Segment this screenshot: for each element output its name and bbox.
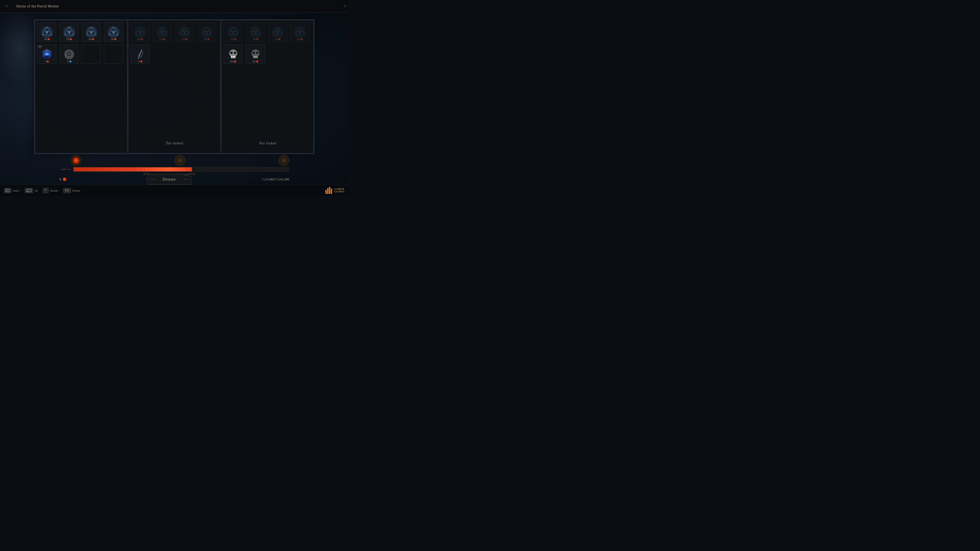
svg-rect-136	[62, 168, 65, 170]
deco-middle-inner	[177, 158, 183, 163]
svg-point-32	[64, 34, 66, 35]
coin-icon	[278, 38, 280, 40]
hud-ok: ↵ Ok	[25, 188, 38, 193]
svg-point-50	[113, 32, 115, 33]
title-bar: ✦ Shrine of the Putrid Mother ✦	[0, 0, 348, 13]
item-slot[interactable]: 100	[175, 22, 194, 41]
gamer-guides-logo: GAMER GUIDES	[325, 187, 345, 194]
progress-deco-middle	[175, 155, 185, 166]
item-slot-skull-2[interactable]: 350	[246, 44, 265, 64]
svg-point-58	[46, 53, 47, 54]
svg-rect-144	[327, 189, 328, 194]
donate-button[interactable]: Donate	[147, 174, 191, 184]
svg-rect-130	[253, 56, 255, 58]
coin-icon	[92, 38, 94, 40]
sword-icon-area	[59, 167, 71, 172]
item-slot[interactable]: 100	[37, 22, 56, 41]
svg-rect-123	[233, 56, 234, 58]
hud-donate-label: Donate	[50, 189, 58, 192]
item-cost: 500	[290, 38, 309, 41]
svg-point-52	[109, 34, 110, 35]
item-cost: 100	[175, 38, 194, 41]
svg-text:↵: ↵	[27, 189, 29, 192]
coin-icon	[207, 38, 210, 40]
item-image	[200, 25, 213, 39]
hud-select: Select	[4, 188, 20, 193]
svg-marker-134	[69, 169, 70, 170]
item-image	[107, 25, 120, 39]
item-slot-feather[interactable]: 75	[130, 44, 150, 64]
item-slot[interactable]: 100	[246, 22, 265, 41]
panel-left: 100	[35, 20, 127, 154]
svg-point-138	[193, 173, 195, 175]
item-image	[227, 48, 240, 61]
svg-point-51	[113, 27, 115, 28]
item-cost: 15	[60, 60, 78, 63]
item-slot[interactable]: 100	[130, 22, 150, 41]
coin-icon	[234, 60, 236, 62]
tier-locked-middle: Tier locked	[128, 141, 220, 145]
hud-key-return: ESC	[63, 188, 71, 193]
coin-icon	[70, 38, 72, 40]
coin-icon	[47, 60, 49, 62]
svg-point-119	[230, 52, 233, 54]
item-image	[156, 25, 169, 39]
middle-panel-grid-row2: 75	[128, 44, 220, 66]
item-cost: 75	[130, 60, 149, 63]
progress-deco-right	[278, 155, 289, 166]
item-slot[interactable]: 100	[59, 22, 79, 41]
item-slot-skull[interactable]: 400	[224, 44, 243, 64]
item-image	[40, 25, 54, 39]
item-slot[interactable]: 350	[268, 22, 287, 41]
svg-point-137	[143, 173, 145, 175]
svg-rect-131	[255, 56, 256, 58]
item-cost: 100	[246, 38, 265, 41]
currency-right: 7,113,861/7,141,500	[259, 177, 289, 181]
item-slot[interactable]: 100	[153, 22, 172, 41]
item-cost: 100	[197, 38, 216, 41]
svg-point-20	[46, 32, 48, 33]
item-slot[interactable]: 100	[82, 22, 101, 41]
item-slot[interactable]: 500	[290, 22, 309, 41]
item-slot[interactable]: 100	[104, 22, 123, 41]
svg-point-30	[68, 32, 70, 33]
item-slot[interactable]: 100	[197, 22, 216, 41]
spacer-left	[59, 155, 71, 166]
item-count: 999	[38, 45, 42, 48]
panel-middle: 100 100	[128, 20, 221, 154]
hud-donate: F Donate	[43, 188, 58, 193]
svg-point-96	[206, 31, 208, 33]
svg-point-43	[95, 34, 96, 35]
item-cost: 100	[153, 38, 172, 41]
gg-guides-text: GUIDES	[334, 191, 345, 193]
item-slot-eye-orb[interactable]: 15	[59, 44, 79, 64]
item-image	[134, 48, 147, 61]
svg-rect-150	[331, 189, 332, 189]
left-panel-grid-row2: 999	[35, 44, 127, 66]
svg-point-72	[69, 53, 70, 54]
svg-point-120	[234, 52, 236, 54]
svg-point-31	[68, 27, 70, 28]
item-image	[62, 48, 76, 61]
svg-rect-124	[234, 56, 235, 58]
item-slot[interactable]: 100	[224, 22, 243, 41]
coin-icon	[256, 60, 258, 62]
item-cost: 100	[224, 38, 242, 41]
gg-logo-icon	[325, 187, 332, 194]
item-image	[40, 48, 54, 61]
svg-point-53	[117, 34, 118, 35]
item-image	[249, 25, 262, 39]
item-slot-blue-orb[interactable]: 999	[37, 44, 56, 64]
progress-bar-fill	[73, 167, 192, 171]
right-panel-grid-row2: 400	[221, 44, 313, 66]
svg-point-22	[42, 34, 44, 35]
svg-rect-147	[325, 190, 327, 191]
coin-icon	[185, 38, 187, 40]
hud-select-label: Select	[13, 189, 20, 192]
item-image	[85, 25, 98, 39]
svg-point-23	[50, 34, 52, 35]
currency-coin-icon	[63, 178, 66, 181]
item-cost: 100	[82, 38, 100, 41]
svg-point-21	[46, 27, 48, 28]
middle-panel-grid-row1: 100 100	[128, 21, 220, 44]
